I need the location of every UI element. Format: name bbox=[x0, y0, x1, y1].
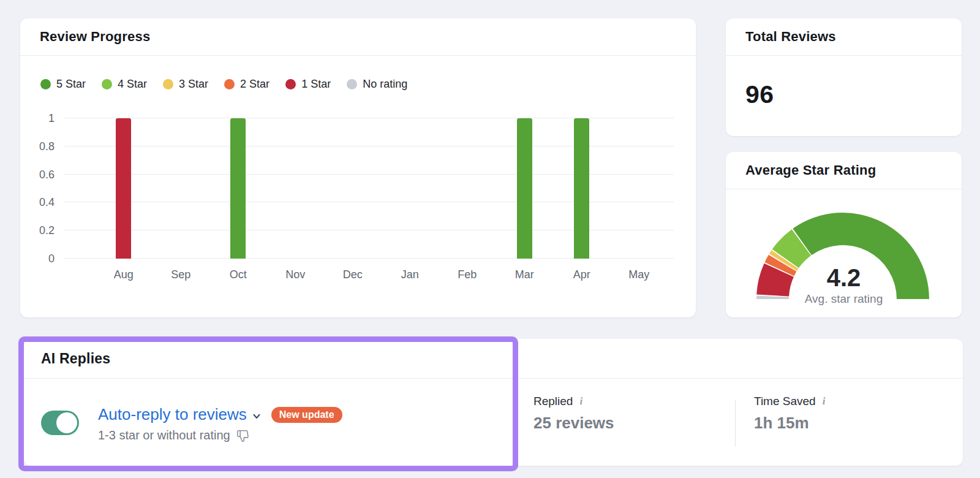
replied-stat: Replied i 25 reviews bbox=[533, 395, 614, 433]
ai-replies-header: AI Replies bbox=[24, 339, 963, 379]
bar-column-sep bbox=[153, 118, 210, 259]
legend-item-no-rating[interactable]: No rating bbox=[347, 78, 407, 91]
time-saved-label: Time Saved bbox=[754, 395, 816, 408]
legend-label: 1 Star bbox=[301, 78, 331, 91]
total-reviews-card: Total Reviews 96 bbox=[726, 18, 962, 136]
x-tick-label-sep: Sep bbox=[153, 268, 210, 281]
chart-legend: 5 Star4 Star3 Star2 Star1 StarNo rating bbox=[20, 78, 696, 90]
bar-column-mar bbox=[496, 118, 554, 259]
y-tick-label: 0.8 bbox=[39, 140, 55, 153]
bar-apr-5-star[interactable] bbox=[574, 118, 589, 259]
bar-oct-5-star[interactable] bbox=[230, 118, 246, 259]
auto-reply-link[interactable]: Auto-reply to reviews bbox=[98, 405, 247, 424]
plot-area bbox=[64, 118, 674, 259]
total-reviews-value: 96 bbox=[726, 56, 962, 109]
x-tick-label-may: May bbox=[611, 268, 668, 281]
x-tick-label-mar: Mar bbox=[496, 268, 554, 281]
total-reviews-header: Total Reviews bbox=[726, 18, 962, 56]
average-star-rating-header: Average Star Rating bbox=[726, 152, 962, 189]
time-saved-stat: Time Saved i 1h 15m bbox=[754, 395, 825, 433]
thumbs-down-icon[interactable] bbox=[236, 430, 249, 442]
legend-item-1-star[interactable]: 1 Star bbox=[285, 78, 331, 91]
legend-dot-4-star bbox=[102, 79, 112, 89]
y-axis: 00.20.40.60.81 bbox=[20, 118, 64, 259]
legend-label: No rating bbox=[363, 78, 407, 91]
bar-column-oct bbox=[209, 118, 267, 259]
y-tick-label: 1 bbox=[48, 112, 55, 124]
legend-label: 3 Star bbox=[179, 78, 208, 91]
legend-dot-2-star bbox=[224, 79, 235, 89]
replied-label: Replied bbox=[533, 395, 573, 408]
legend-dot-1-star bbox=[285, 79, 296, 89]
ai-replies-card: AI Replies Auto-reply to reviews New upd… bbox=[24, 339, 963, 466]
x-tick-label-feb: Feb bbox=[439, 268, 496, 281]
y-tick-label: 0.6 bbox=[39, 169, 55, 181]
legend-dot-5-star bbox=[40, 79, 51, 89]
legend-label: 2 Star bbox=[240, 78, 270, 91]
bar-column-aug bbox=[95, 118, 153, 259]
new-update-badge: New update bbox=[271, 407, 342, 423]
toggle-knob bbox=[56, 412, 77, 433]
x-axis: AugSepOctNovDecJanFebMarAprMay bbox=[64, 268, 674, 281]
gauge-value: 4.2 bbox=[726, 264, 962, 292]
legend-item-5-star[interactable]: 5 Star bbox=[40, 78, 86, 91]
x-tick-label-dec: Dec bbox=[324, 268, 382, 281]
x-tick-label-nov: Nov bbox=[267, 268, 325, 281]
time-saved-value: 1h 15m bbox=[754, 414, 825, 433]
bar-aug-1-star[interactable] bbox=[116, 118, 131, 259]
legend-dot-3-star bbox=[163, 79, 173, 89]
bar-column-may bbox=[611, 118, 668, 259]
ai-replies-content: Auto-reply to reviews New update 1-3 sta… bbox=[24, 379, 963, 466]
legend-dot-no-rating bbox=[347, 79, 357, 89]
stats-divider bbox=[735, 400, 736, 447]
info-icon[interactable]: i bbox=[579, 395, 582, 408]
legend-label: 4 Star bbox=[118, 78, 147, 91]
legend-label: 5 Star bbox=[56, 78, 86, 91]
gauge-caption: Avg. star rating bbox=[726, 292, 962, 306]
auto-reply-subtitle: 1-3 star or without rating bbox=[98, 428, 230, 442]
x-tick-label-oct: Oct bbox=[209, 268, 267, 281]
bar-column-jan bbox=[382, 118, 439, 259]
reviews-dashboard: Review Progress 5 Star4 Star3 Star2 Star… bbox=[0, 0, 980, 478]
review-progress-card: Review Progress 5 Star4 Star3 Star2 Star… bbox=[20, 18, 696, 317]
y-tick-label: 0.2 bbox=[39, 224, 55, 237]
legend-item-4-star[interactable]: 4 Star bbox=[102, 78, 147, 91]
auto-reply-text-block: Auto-reply to reviews New update 1-3 sta… bbox=[98, 405, 342, 442]
bar-column-feb bbox=[439, 118, 496, 259]
bar-column-nov bbox=[267, 118, 325, 259]
bar-column-apr bbox=[553, 118, 611, 259]
total-reviews-title: Total Reviews bbox=[745, 29, 836, 45]
y-tick-label: 0 bbox=[48, 252, 55, 265]
bar-column-dec bbox=[324, 118, 382, 259]
bar-mar-5-star[interactable] bbox=[517, 118, 532, 259]
x-tick-label-apr: Apr bbox=[553, 268, 611, 281]
y-tick-label: 0.4 bbox=[39, 196, 55, 208]
legend-item-2-star[interactable]: 2 Star bbox=[224, 78, 270, 91]
average-star-rating-card: Average Star Rating 4.2 Avg. star rating bbox=[726, 152, 962, 317]
x-tick-label-aug: Aug bbox=[95, 268, 153, 281]
x-tick-label-jan: Jan bbox=[382, 268, 439, 281]
review-progress-title: Review Progress bbox=[40, 29, 150, 45]
rating-gauge: 4.2 Avg. star rating bbox=[726, 189, 962, 318]
chevron-down-icon bbox=[251, 411, 262, 422]
replied-value: 25 reviews bbox=[533, 414, 614, 433]
info-icon[interactable]: i bbox=[823, 395, 826, 408]
ai-replies-title: AI Replies bbox=[41, 351, 110, 367]
average-star-rating-title: Average Star Rating bbox=[745, 162, 876, 178]
auto-reply-toggle[interactable] bbox=[41, 411, 79, 435]
review-progress-chart: 00.20.40.60.81 AugSepOctNovDecJanFebMarA… bbox=[20, 118, 696, 281]
review-progress-header: Review Progress bbox=[20, 18, 696, 56]
legend-item-3-star[interactable]: 3 Star bbox=[163, 78, 208, 91]
